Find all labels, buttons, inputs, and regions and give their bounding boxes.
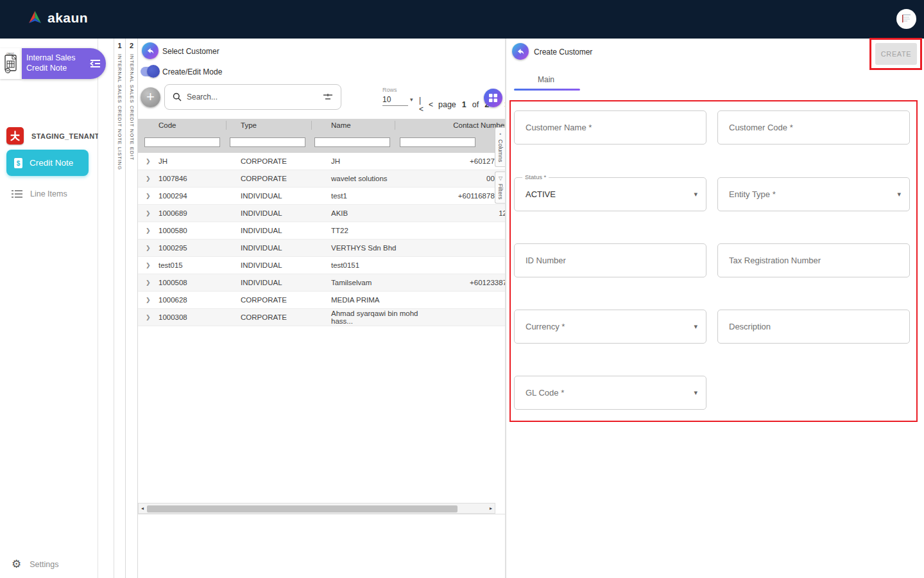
tax-registration-field xyxy=(717,243,910,277)
scrollbar-thumb[interactable] xyxy=(147,505,458,512)
name-filter-input[interactable] xyxy=(314,137,390,147)
row-expand-icon[interactable]: ❯ xyxy=(146,279,158,286)
description-field xyxy=(717,310,910,344)
caret-down-icon: ▾ xyxy=(694,190,697,198)
column-filter-row xyxy=(138,132,506,153)
toggle-label: Create/Edit Mode xyxy=(162,67,222,76)
plus-icon: + xyxy=(146,90,155,104)
row-expand-icon[interactable]: ❯ xyxy=(146,297,158,303)
status-select[interactable]: Status * ACTIVE ▾ xyxy=(514,177,706,211)
filters-tab[interactable]: ▽ Filters xyxy=(495,171,506,204)
funnel-icon: ▽ xyxy=(499,176,502,181)
type-filter-input[interactable] xyxy=(230,137,305,147)
credit-note-icon: $ xyxy=(13,157,23,169)
module-tab-label: INTERNAL SALES CREDIT NOTE EDIT xyxy=(129,54,135,161)
logo-text: akaun xyxy=(47,10,88,26)
collapse-menu-icon[interactable] xyxy=(90,59,101,68)
customer-name-input[interactable] xyxy=(526,123,695,132)
sidebar-item-tenant[interactable]: STAGING_TENANT xyxy=(6,127,99,144)
row-expand-icon[interactable]: ❯ xyxy=(146,227,158,234)
column-header-code[interactable]: Code xyxy=(158,121,241,129)
status-label: Status * xyxy=(522,173,549,180)
gl-code-select[interactable]: GL Code * ▾ xyxy=(514,376,706,410)
table-row[interactable]: ❯ 1000295INDIVIDUAL VERTHYS Sdn Bhd xyxy=(138,240,506,257)
description-input[interactable] xyxy=(729,322,898,331)
scroll-right-icon[interactable]: ▸ xyxy=(487,505,495,511)
row-expand-icon[interactable]: ❯ xyxy=(146,175,158,182)
akaun-logo-icon xyxy=(27,10,43,26)
active-tab-indicator xyxy=(514,89,580,91)
back-button[interactable] xyxy=(512,43,529,60)
sidebar-item-settings[interactable]: ⚙ Settings xyxy=(12,559,58,570)
line-items-icon xyxy=(12,189,22,198)
prev-page-button[interactable]: < xyxy=(429,100,432,109)
avatar-image xyxy=(902,13,912,25)
customer-name-field xyxy=(514,110,706,144)
column-header-name[interactable]: Name xyxy=(331,121,440,129)
table-row[interactable]: ❯ JHCORPORATE JH+60127343 xyxy=(138,153,506,170)
credit-note-app-icon: CREDIT xyxy=(0,48,22,79)
module-tab-label: INTERNAL SALES CREDIT NOTE LISTING xyxy=(117,54,123,170)
customer-code-input[interactable] xyxy=(729,123,898,132)
customer-code-field xyxy=(717,110,910,144)
table-row[interactable]: ❯ 1000294INDIVIDUAL test1+60116878766 xyxy=(138,188,506,205)
id-number-input[interactable] xyxy=(526,256,695,265)
back-arrow-icon xyxy=(516,47,525,56)
app-window: akaun STAGING_TENANT $ xyxy=(0,0,924,578)
back-button[interactable] xyxy=(142,42,158,59)
row-expand-icon[interactable]: ❯ xyxy=(146,210,158,216)
table-row[interactable]: ❯ 1000628CORPORATE MEDIA PRIMA xyxy=(138,292,506,309)
table-row[interactable]: ❯ 1007846CORPORATE wavelet solutions0000… xyxy=(138,170,506,188)
sidebar-item-line-items[interactable]: Line Items xyxy=(12,189,67,198)
sidebar-item-credit-note[interactable]: $ Credit Note xyxy=(6,150,89,176)
caret-down-icon: ▾ xyxy=(897,190,901,198)
row-expand-icon[interactable]: ❯ xyxy=(146,158,158,164)
module-tab-listing[interactable]: 1 INTERNAL SALES CREDIT NOTE LISTING xyxy=(114,39,126,578)
tab-main[interactable]: Main xyxy=(538,75,554,84)
user-avatar[interactable] xyxy=(896,9,916,29)
tenant-label: STAGING_TENANT xyxy=(31,132,99,140)
table-header: Code Type Name Contact Number xyxy=(138,119,506,132)
row-expand-icon[interactable]: ❯ xyxy=(146,262,158,268)
search-box xyxy=(164,84,341,110)
column-header-type[interactable]: Type xyxy=(241,121,331,129)
scroll-left-icon[interactable]: ◂ xyxy=(139,505,146,511)
row-expand-icon[interactable]: ❯ xyxy=(146,314,158,320)
currency-select[interactable]: Currency * ▾ xyxy=(514,310,706,344)
horizontal-scrollbar[interactable]: ◂ ▸ xyxy=(138,503,495,514)
columns-tab[interactable]: ▪ Columns xyxy=(495,127,506,167)
settings-label: Settings xyxy=(30,560,58,569)
app-header: CREDIT Internal Sales Credit Note xyxy=(0,48,106,79)
table-row[interactable]: ❯ 1000689INDIVIDUAL AKIB12 xyxy=(138,205,506,222)
create-edit-mode-toggle[interactable] xyxy=(141,67,159,76)
search-input[interactable] xyxy=(187,92,323,101)
contact-filter-input[interactable] xyxy=(400,137,475,147)
module-tab-edit[interactable]: 2 INTERNAL SALES CREDIT NOTE EDIT xyxy=(126,39,138,578)
table-row[interactable]: ❯ 1000580INDIVIDUAL TT22 xyxy=(138,222,506,240)
panel-title: Select Customer xyxy=(162,47,219,56)
akaun-logo: akaun xyxy=(27,10,88,26)
code-filter-input[interactable] xyxy=(144,137,220,147)
card-view-button[interactable] xyxy=(484,89,502,107)
tax-registration-input[interactable] xyxy=(729,256,898,265)
sidebar: STAGING_TENANT $ Credit Note Line Items … xyxy=(0,39,98,578)
svg-text:CREDIT: CREDIT xyxy=(6,53,14,55)
row-expand-icon[interactable]: ❯ xyxy=(146,245,158,251)
table-row[interactable]: ❯ 1000508INDIVIDUAL Tamilselvam+60123387 xyxy=(138,274,506,292)
app-title: Internal Sales Credit Note xyxy=(26,53,90,73)
row-expand-icon[interactable]: ❯ xyxy=(146,193,158,199)
caret-down-icon: ▾ xyxy=(694,322,697,331)
current-page: 1 xyxy=(462,100,466,109)
filter-sort-icon[interactable] xyxy=(323,93,333,101)
gl-code-placeholder: GL Code * xyxy=(526,388,564,398)
status-value: ACTIVE xyxy=(526,189,556,199)
add-customer-button[interactable]: + xyxy=(141,87,160,107)
entity-type-select[interactable]: Entity Type * ▾ xyxy=(717,177,910,211)
gear-icon: ⚙ xyxy=(12,559,21,570)
rows-per-page-select[interactable]: 10 xyxy=(382,95,408,106)
first-page-button[interactable]: |< xyxy=(419,96,423,114)
entity-type-placeholder: Entity Type * xyxy=(729,189,776,199)
table-row[interactable]: ❯ test015INDIVIDUAL test0151 xyxy=(138,257,506,274)
panel-title: Create Customer xyxy=(534,48,592,57)
table-row[interactable]: ❯ 1000308CORPORATE Ahmad syarqawi bin mo… xyxy=(138,309,506,326)
